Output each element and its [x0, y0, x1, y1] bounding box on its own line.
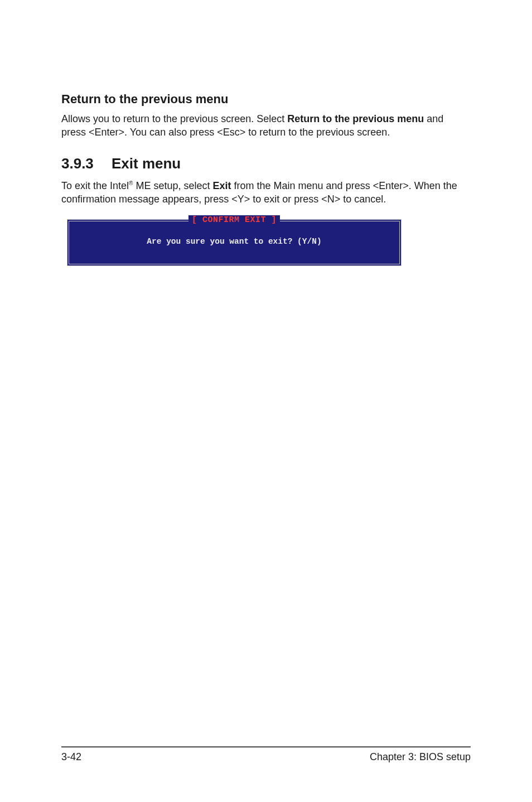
confirm-exit-dialog: [ CONFIRM EXIT ] Are you sure you want t…: [67, 219, 402, 266]
page-number: 3-42: [61, 751, 81, 763]
dialog-title: [ CONFIRM EXIT ]: [188, 215, 280, 225]
bold-text: Exit: [213, 180, 231, 191]
bios-dialog-screenshot: [ CONFIRM EXIT ] Are you sure you want t…: [67, 219, 402, 266]
footer-divider: [61, 746, 471, 748]
document-page: Return to the previous menu Allows you t…: [0, 0, 532, 802]
section-number: 3.9.3: [61, 155, 112, 172]
text-fragment: Allows you to return to the previous scr…: [61, 113, 287, 124]
footer-line: 3-42 Chapter 3: BIOS setup: [61, 751, 471, 763]
paragraph-return-menu: Allows you to return to the previous scr…: [61, 112, 471, 139]
subsection-heading: Return to the previous menu: [61, 92, 471, 107]
section-heading: 3.9.3 Exit menu: [61, 155, 471, 172]
bold-text: Return to the previous menu: [287, 113, 424, 124]
dialog-title-wrap: [ CONFIRM EXIT ]: [69, 215, 399, 225]
chapter-label: Chapter 3: BIOS setup: [370, 751, 471, 763]
page-footer: 3-42 Chapter 3: BIOS setup: [61, 746, 471, 763]
text-fragment: To exit the Intel: [61, 180, 129, 191]
text-fragment: ME setup, select: [133, 180, 212, 191]
paragraph-exit-menu: To exit the Intel® ME setup, select Exit…: [61, 179, 471, 206]
dialog-message: Are you sure you want to exit? (Y/N): [75, 237, 394, 246]
section-title: Exit menu: [112, 155, 181, 172]
